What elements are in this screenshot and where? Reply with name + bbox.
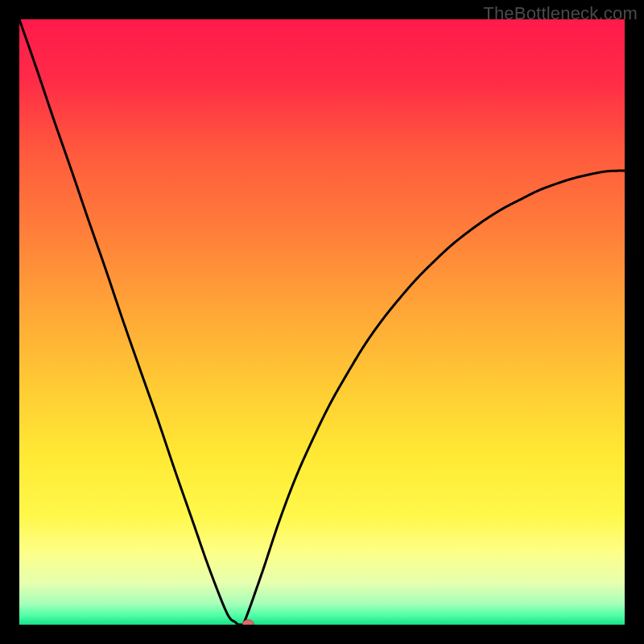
watermark-text: TheBottleneck.com — [483, 3, 638, 24]
bottleneck-curve-canvas — [19, 19, 625, 625]
plot-area — [19, 19, 625, 625]
